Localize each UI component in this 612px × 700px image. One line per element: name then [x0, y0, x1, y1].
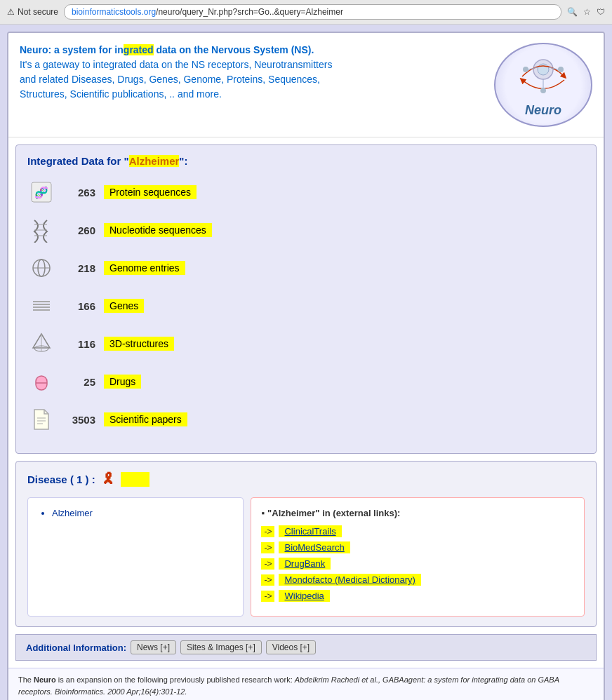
header-line2: It's a gateway to integrated data on the…: [20, 58, 487, 72]
arrow-5: ->: [261, 591, 274, 602]
ext-link-row-2: -> BioMedSearch: [261, 541, 574, 553]
sites-images-button[interactable]: Sites & Images [+]: [180, 640, 262, 654]
genes-label: Genes: [104, 299, 144, 313]
genome-icon: [27, 254, 55, 282]
ext-link-row-3: -> DrugBank: [261, 558, 574, 570]
integrated-title: Integrated Data for "Alzheimer":: [27, 155, 585, 167]
ext-link-row-1: -> ClinicalTrails: [261, 525, 574, 537]
search-icon[interactable]: 🔍: [567, 7, 578, 17]
disease-links: "Alzheimer" in (external links): -> Clin…: [251, 497, 585, 617]
ext-link-wikipedia[interactable]: Wikipedia: [279, 590, 329, 602]
disease-title: Disease ( 1 ) : 🎗: [27, 471, 585, 487]
header-line4: Structures, Scientific publications, .. …: [20, 87, 487, 102]
videos-button[interactable]: Videos [+]: [266, 640, 316, 654]
ribbon-icon: 🎗: [101, 471, 115, 487]
disease-title-text: Disease ( 1 ) :: [27, 473, 95, 485]
ext-link-drugbank[interactable]: DrugBank: [279, 558, 331, 570]
integrated-label-prefix: Integrated Data for ": [27, 155, 129, 167]
3d-count: 116: [64, 338, 95, 350]
3d-label: 3D-structures: [104, 337, 174, 351]
ext-link-row-4: -> Mondofacto (Medical Dictionary): [261, 574, 574, 586]
drugs-label: Drugs: [104, 375, 141, 389]
arrow-4: ->: [261, 574, 274, 586]
nucleotide-count: 260: [64, 224, 95, 236]
ext-link-biomedsearch[interactable]: BioMedSearch: [279, 541, 350, 553]
disease-list-item[interactable]: Alzheimer: [52, 508, 233, 518]
logo-inner: Neuro: [515, 52, 571, 118]
disease-inner: Alzheimer "Alzheimer" in (external links…: [27, 497, 585, 617]
browser-icons: 🔍 ☆ 🛡: [567, 7, 605, 17]
ext-link-clinicaltrails[interactable]: ClinicalTrails: [279, 525, 341, 537]
additional-label: Additional Information:: [26, 642, 126, 653]
url-bar[interactable]: bioinformaticstools.org/neuro/query_Nr.p…: [64, 4, 561, 20]
genes-count: 166: [64, 300, 95, 312]
integrated-label-suffix: ":: [179, 155, 187, 167]
logo-area: Neuro: [494, 43, 592, 127]
papers-label: Scientific papers: [104, 412, 187, 426]
browser-bar: ⚠ Not secure bioinformaticstools.org/neu…: [0, 0, 612, 25]
warning-icon: ⚠: [7, 7, 15, 17]
footer-text: The Neuro is an expansion on the followi…: [8, 668, 604, 700]
genome-count: 218: [64, 262, 95, 274]
shield-icon[interactable]: 🛡: [597, 7, 605, 17]
arrow-1: ->: [261, 526, 274, 537]
url-domain: bioinformaticstools.org: [72, 7, 156, 17]
data-row-genes: 166 Genes: [27, 292, 585, 320]
header-line3: and related Diseases, Drugs, Genes, Geno…: [20, 72, 487, 87]
integrated-section: Integrated Data for "Alzheimer": 🧬 263 P…: [15, 144, 597, 454]
footer-text2: is an expansion on the following previou…: [56, 675, 295, 684]
papers-icon: [27, 405, 55, 433]
data-row-genome: 218 Genome entries: [27, 254, 585, 282]
header-line1: Neuro: a system for ingrated data on the…: [20, 43, 487, 58]
arrow-3: ->: [261, 558, 274, 570]
genes-icon: [27, 292, 55, 320]
header-section: Neuro: a system for ingrated data on the…: [8, 33, 604, 137]
data-row-protein: 🧬 263 Protein sequences: [27, 178, 585, 206]
disease-title-highlight: [121, 472, 149, 487]
nucleotide-icon: [27, 216, 55, 244]
data-row-drugs: 25 Drugs: [27, 368, 585, 396]
footer-neuro-bold: Neuro: [34, 675, 56, 684]
ext-link-row-5: -> Wikipedia: [261, 590, 574, 602]
main-container: Neuro: a system for ingrated data on the…: [7, 32, 605, 700]
drugs-count: 25: [64, 376, 95, 388]
bookmark-icon[interactable]: ☆: [583, 7, 591, 17]
genome-label: Genome entries: [104, 261, 185, 275]
footer-text1: The: [18, 675, 34, 684]
ext-link-mondofacto[interactable]: Mondofacto (Medical Dictionary): [279, 574, 420, 586]
protein-count: 263: [64, 187, 95, 198]
disease-links-title: "Alzheimer" in (external links):: [261, 508, 574, 518]
disease-section: Disease ( 1 ) : 🎗 Alzheimer "Alzheimer" …: [15, 461, 597, 627]
papers-count: 3503: [64, 414, 95, 426]
arrow-2: ->: [261, 542, 274, 553]
header-text: Neuro: a system for ingrated data on the…: [20, 43, 487, 102]
3d-icon: [27, 330, 55, 358]
security-warning: ⚠ Not secure: [7, 7, 58, 17]
logo-name: Neuro: [515, 103, 571, 118]
svg-point-3: [558, 67, 564, 72]
additional-bar: Additional Information: News [+] Sites &…: [15, 634, 597, 661]
integrated-query: Alzheimer: [129, 155, 180, 167]
url-path: /neuro/query_Nr.php?srch=Go..&query=Alzh…: [156, 7, 343, 17]
nucleotide-label: Nucleotide sequences: [104, 223, 212, 237]
news-button[interactable]: News [+]: [131, 640, 176, 654]
svg-point-4: [540, 88, 546, 93]
data-row-papers: 3503 Scientific papers: [27, 405, 585, 433]
protein-label: Protein sequences: [104, 185, 197, 199]
data-row-3d: 116 3D-structures: [27, 330, 585, 358]
logo-image: [515, 52, 571, 101]
drugs-icon: [27, 368, 55, 396]
data-row-nucleotide: 260 Nucleotide sequences: [27, 216, 585, 244]
protein-icon: 🧬: [27, 178, 55, 206]
svg-text:🧬: 🧬: [34, 186, 48, 199]
disease-list: Alzheimer: [27, 497, 244, 617]
page-wrapper: Neuro: a system for ingrated data on the…: [0, 25, 612, 700]
svg-point-2: [523, 67, 528, 72]
